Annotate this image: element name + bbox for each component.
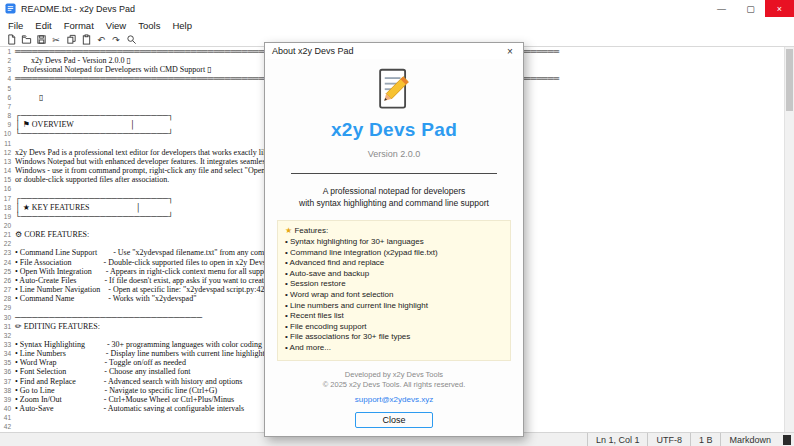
line-number: 20: [0, 221, 15, 230]
line-number: 29: [0, 303, 15, 312]
line-text: • Auto-Create Files - If file doesn't ex…: [15, 276, 274, 285]
line-number: 25: [0, 267, 15, 276]
developed-by: Developed by x2y Devs Tools: [323, 370, 466, 380]
dialog-close-button[interactable]: Close: [355, 412, 433, 428]
menu-item[interactable]: View: [100, 17, 132, 33]
line-number: 9: [0, 120, 15, 129]
line-number: 36: [0, 367, 15, 376]
window-title: README.txt - x2y Devs Pad: [21, 4, 707, 14]
line-number: 21: [0, 230, 15, 239]
line-text: ┌──────────────────────────┐: [15, 194, 174, 203]
menu-item[interactable]: Tools: [132, 17, 166, 33]
line-number: 1: [0, 47, 15, 56]
support-email-link[interactable]: support@x2ydevs.xyz: [355, 395, 433, 404]
line-number: 42: [0, 422, 15, 431]
line-text: └──────────────────────────┘: [15, 129, 174, 138]
close-button[interactable]: ×: [765, 0, 794, 17]
line-text: • File Association - Double-click suppor…: [15, 258, 280, 267]
line-number: 12: [0, 148, 15, 157]
minimize-button[interactable]: —: [707, 0, 736, 17]
line-number: 34: [0, 349, 15, 358]
app-icon: [5, 3, 16, 14]
line-number: 7: [0, 102, 15, 111]
line-number: 32: [0, 331, 15, 340]
line-number: 22: [0, 239, 15, 248]
status-segment: Markdown: [720, 433, 779, 446]
search-icon[interactable]: [124, 33, 138, 46]
line-text: • Font Selection - Choose any installed …: [15, 367, 190, 376]
line-number: 33: [0, 340, 15, 349]
feature-item: • Auto-save and backup: [285, 269, 503, 280]
notepad-pencil-icon: [371, 67, 417, 111]
line-number: 30: [0, 313, 15, 322]
line-text: Windows - use it from command prompt, ri…: [15, 166, 287, 175]
line-text: or double-click supported files after as…: [15, 175, 169, 184]
save-icon[interactable]: [34, 33, 48, 46]
line-number: 31: [0, 322, 15, 331]
line-text: • Word Wrap - Toggle on/off as needed: [15, 358, 186, 367]
menu-bar: File Edit Format View Tools Help: [0, 17, 794, 33]
line-text: • Line Number Navigation - Open at speci…: [15, 285, 268, 294]
vertical-scrollbar[interactable]: [784, 47, 794, 432]
line-text: x2y Devs Pad - Version 2.0.0 ▯: [15, 56, 131, 65]
feature-item: • Word wrap and font selection: [285, 290, 503, 301]
dialog-version: Version 2.0.0: [368, 149, 421, 159]
cut-icon[interactable]: ✂: [49, 33, 63, 46]
line-text: └──────────────────────────┘: [15, 212, 174, 221]
line-number: 35: [0, 358, 15, 367]
menu-item[interactable]: File: [2, 17, 29, 33]
status-segment: UTF-8: [647, 433, 690, 446]
line-text: • Command Name - Works with "x2ydevspad": [15, 294, 196, 303]
line-number: 16: [0, 184, 15, 193]
line-number: 37: [0, 377, 15, 386]
line-text: Windows Notepad but with enhanced develo…: [15, 157, 291, 166]
line-number: 11: [0, 139, 15, 148]
feature-item: • File associations for 30+ file types: [285, 332, 503, 343]
line-text: ✏ EDITING FEATURES:: [15, 322, 100, 331]
line-text: ┌──────────────────────────┐: [15, 111, 174, 120]
feature-item: • Recent files list: [285, 311, 503, 322]
about-dialog: About x2y Devs Pad × x2y Devs Pad Versio…: [264, 42, 524, 437]
copy-icon[interactable]: [64, 33, 78, 46]
line-number: 5: [0, 84, 15, 93]
feature-item: • And more...: [285, 343, 503, 354]
status-segment: Ln 1, Col 1: [587, 433, 648, 446]
line-number: 8: [0, 111, 15, 120]
line-text: Professional Notepad for Developers with…: [15, 65, 212, 74]
line-text: ⚙ CORE FEATURES:: [15, 230, 89, 239]
dialog-footer: Developed by x2y Devs Tools © 2025 x2y D…: [323, 370, 466, 390]
dialog-body: x2y Devs Pad Version 2.0.0 A professiona…: [265, 59, 523, 436]
feature-item: • Command line integration (x2ypad file.…: [285, 248, 503, 259]
dialog-title-bar: About x2y Devs Pad ×: [265, 43, 523, 59]
new-file-icon[interactable]: [4, 33, 18, 46]
line-text: • Auto-Save - Automatic saving at config…: [15, 404, 244, 413]
maximize-button[interactable]: ▢: [736, 0, 765, 17]
feature-item: • Session restore: [285, 279, 503, 290]
line-number: 41: [0, 413, 15, 422]
line-number: 28: [0, 294, 15, 303]
dialog-description: A professional notepad for developers wi…: [299, 185, 489, 209]
undo-icon[interactable]: ↶: [94, 33, 108, 46]
line-number: 6: [0, 93, 15, 102]
resize-grip: [783, 435, 791, 445]
feature-item: • Line numbers and current line highligh…: [285, 301, 503, 312]
line-number: 18: [0, 203, 15, 212]
line-number: 2: [0, 56, 15, 65]
open-file-icon[interactable]: [19, 33, 33, 46]
line-text: • Go to Line - Navigate to specific line…: [15, 386, 217, 395]
paste-icon[interactable]: [79, 33, 93, 46]
menu-item[interactable]: Edit: [29, 17, 57, 33]
redo-icon[interactable]: ↷: [109, 33, 123, 46]
line-text: x2y Devs Pad is a professional text edit…: [15, 148, 271, 157]
line-text: • Zoom In/Out - Ctrl+Mouse Wheel or Ctrl…: [15, 395, 234, 404]
feature-item: • File encoding support: [285, 322, 503, 333]
scrollbar-thumb[interactable]: [786, 49, 793, 111]
dialog-close-icon[interactable]: ×: [497, 43, 523, 59]
menu-item[interactable]: Format: [58, 17, 100, 33]
copyright: © 2025 x2y Devs Tools. All rights reserv…: [323, 380, 466, 390]
line-text: • Line Numbers - Display line numbers wi…: [15, 349, 265, 358]
line-number: 23: [0, 248, 15, 257]
line-number: 3: [0, 65, 15, 74]
line-number: 15: [0, 175, 15, 184]
menu-item[interactable]: Help: [166, 17, 198, 33]
